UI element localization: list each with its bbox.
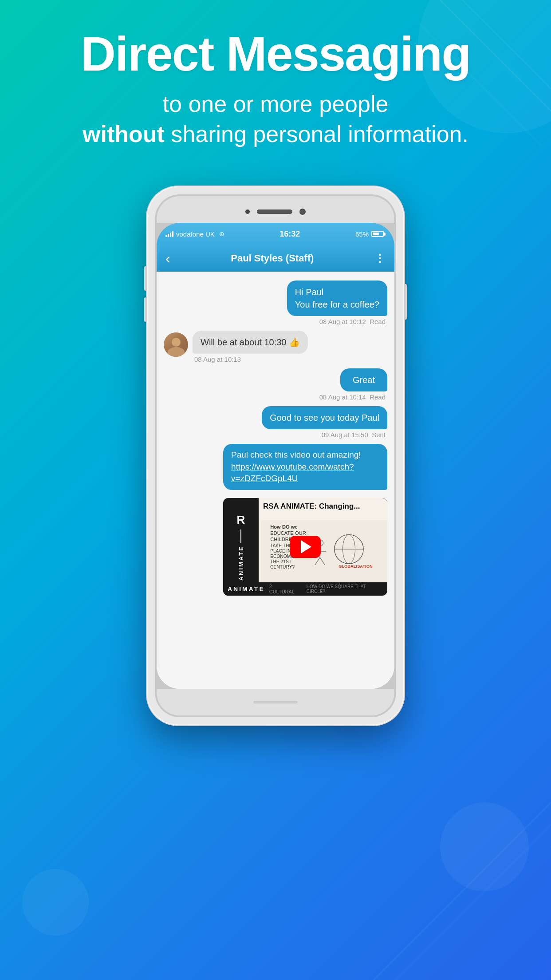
subtitle-bold: without: [83, 121, 165, 147]
received-bubble: Will be at about 10:30 👍: [193, 331, 308, 354]
message-row: Hi PaulYou free for a coffee? 08 Aug at …: [164, 281, 387, 325]
wifi-icon: ⊕: [219, 230, 224, 237]
message-meta: 08 Aug at 10:13: [193, 356, 243, 363]
svg-line-5: [418, 847, 551, 980]
video-preview[interactable]: R ANIMATE: [223, 498, 387, 596]
status-left: vodafone UK ⊕: [165, 230, 224, 238]
subtitle-line1: to one or more people: [163, 91, 389, 117]
message-row: Good to see you today Paul 09 Aug at 15:…: [164, 406, 387, 439]
message-row: Paul check this video out amazing! https…: [164, 444, 387, 490]
message-meta: 08 Aug at 10:14 Read: [318, 393, 387, 401]
video-bottom-bar: ANIMATE 2 CULTURAL HOW DO WE SQUARE THAT…: [223, 582, 387, 596]
main-title: Direct Messaging: [35, 27, 516, 80]
svg-line-22: [320, 557, 325, 565]
signal-bars: [165, 231, 173, 237]
message-row: Great 08 Aug at 10:14 Read: [164, 368, 387, 401]
play-icon: [301, 540, 311, 553]
signal-bar-1: [165, 235, 167, 237]
battery-tip: [384, 233, 386, 236]
phone-mockup: vodafone UK ⊕ 16:32 65%: [147, 186, 404, 725]
svg-text:EDUCATE OUR: EDUCATE OUR: [270, 530, 306, 535]
question-text: HOW DO WE SQUARE THAT CIRCLE?: [307, 584, 383, 594]
cultural-text: 2 CULTURAL: [269, 584, 298, 594]
front-camera: [245, 209, 250, 214]
signal-bar-3: [170, 233, 171, 237]
status-right: 65%: [355, 230, 386, 238]
more-button[interactable]: ⋮: [374, 252, 386, 265]
status-time: 16:32: [279, 229, 300, 239]
power-button: [404, 284, 407, 320]
header-section: Direct Messaging to one or more people w…: [0, 27, 551, 149]
video-thumbnail: R ANIMATE: [223, 498, 387, 596]
message-meta: 09 Aug at 15:50 Sent: [320, 431, 387, 439]
phone-inner: vodafone UK ⊕ 16:32 65%: [155, 194, 396, 717]
navigation-bar: ‹ Paul Styles (Staff) ⋮: [157, 245, 394, 272]
rsa-divider: [240, 530, 241, 543]
sent-bubble: Hi PaulYou free for a coffee?: [287, 281, 387, 316]
volume-down-button: [144, 297, 147, 322]
home-indicator[interactable]: [253, 701, 298, 703]
speaker: [257, 209, 292, 214]
subtitle-line2: sharing personal information.: [165, 121, 468, 147]
chat-area: Hi PaulYou free for a coffee? 08 Aug at …: [157, 272, 394, 689]
message-meta: 08 Aug at 10:12 Read: [318, 318, 387, 325]
svg-text:CENTURY?: CENTURY?: [270, 565, 295, 569]
avatar-image: [164, 332, 188, 357]
back-button[interactable]: ‹: [165, 250, 170, 267]
message-content: Will be at about 10:30 👍 08 Aug at 10:13: [193, 331, 308, 363]
svg-line-3: [374, 802, 551, 980]
play-button[interactable]: [290, 536, 321, 558]
nav-title: Paul Styles (Staff): [231, 253, 314, 264]
phone-screen: vodafone UK ⊕ 16:32 65%: [157, 223, 394, 689]
volume-up-button: [144, 266, 147, 291]
sent-bubble: Good to see you today Paul: [262, 406, 387, 429]
message-row: Will be at about 10:30 👍 08 Aug at 10:13: [164, 331, 387, 363]
svg-text:THE 21ST: THE 21ST: [270, 559, 292, 564]
link-bubble: Paul check this video out amazing! https…: [223, 444, 387, 490]
rsa-r: R: [237, 513, 245, 527]
rsa-animate-text: ANIMATE: [238, 545, 244, 581]
status-bar: vodafone UK ⊕ 16:32 65%: [157, 223, 394, 245]
sketch-area: How DO we EDUCATE OUR CHILDREN TO TAKE T…: [261, 520, 387, 582]
carrier-name: vodafone UK: [176, 230, 215, 238]
phone-shell: vodafone UK ⊕ 16:32 65%: [147, 186, 404, 725]
signal-bar-2: [168, 234, 169, 237]
rsa-label: R ANIMATE: [223, 498, 259, 596]
battery-fill: [373, 233, 379, 235]
video-preview-row: R ANIMATE: [164, 495, 387, 596]
rear-camera-indicator: [299, 209, 306, 215]
animate-bottom-text: ANIMATE: [228, 585, 265, 593]
battery-icon: [371, 231, 386, 237]
subtitle: to one or more people without sharing pe…: [35, 89, 516, 149]
svg-line-21: [315, 557, 320, 565]
svg-text:GLOBALISATION: GLOBALISATION: [338, 564, 373, 569]
avatar: [164, 332, 188, 357]
svg-line-4: [396, 825, 551, 980]
video-title: RSA ANIMATE: Changing...: [263, 502, 383, 511]
battery-percentage: 65%: [355, 230, 369, 238]
signal-bar-4: [172, 231, 173, 237]
sent-bubble: Great: [340, 368, 387, 391]
battery-body: [371, 231, 384, 237]
svg-text:How DO we: How DO we: [270, 524, 298, 529]
